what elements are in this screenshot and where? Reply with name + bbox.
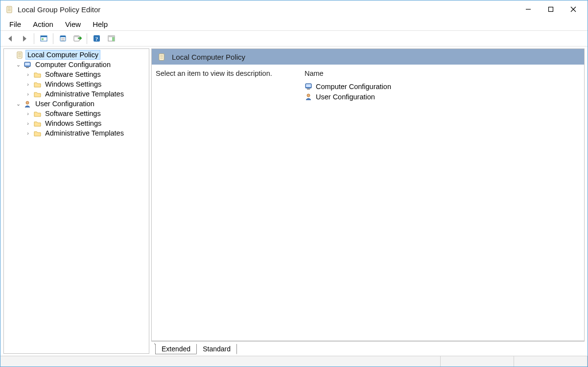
status-cell-1 <box>441 356 514 367</box>
policy-icon <box>16 51 24 59</box>
tree-root-label: Local Computer Policy <box>26 50 100 59</box>
expand-icon[interactable]: › <box>24 130 31 136</box>
expand-icon[interactable]: › <box>24 111 31 116</box>
forward-button[interactable] <box>18 32 31 45</box>
folder-icon <box>33 129 42 138</box>
list-item-label: User Configuration <box>316 93 375 101</box>
toolbar-separator <box>87 33 87 44</box>
content-area: Local Computer Policy ⌄ Computer Configu… <box>0 46 588 356</box>
tab-standard[interactable]: Standard <box>196 344 237 354</box>
status-cell-2 <box>514 356 588 367</box>
details-title: Local Computer Policy <box>172 53 245 61</box>
details-pane: Local Computer Policy Select an item to … <box>151 48 585 354</box>
details-header: Local Computer Policy <box>152 49 584 65</box>
toolbar <box>0 31 588 46</box>
list-item-computer-configuration[interactable]: Computer Configuration <box>305 81 580 92</box>
svg-rect-23 <box>549 7 553 12</box>
help-button[interactable] <box>90 32 103 45</box>
folder-icon <box>33 70 42 79</box>
folder-icon <box>33 90 42 98</box>
user-config-icon <box>305 92 313 101</box>
tree-label: User Configuration <box>34 99 96 108</box>
folder-icon <box>33 110 42 118</box>
collapse-icon[interactable]: ⌄ <box>15 62 22 68</box>
computer-config-icon <box>305 82 313 91</box>
menu-action[interactable]: Action <box>28 19 58 29</box>
list-header-name[interactable]: Name <box>305 69 580 77</box>
expand-icon[interactable]: › <box>24 81 31 87</box>
app-icon <box>5 5 14 14</box>
tree-uc-windows-settings[interactable]: › Windows Settings <box>5 118 148 128</box>
tree-cc-windows-settings[interactable]: › Windows Settings <box>5 79 148 89</box>
status-main <box>0 356 441 367</box>
toolbar-separator <box>53 33 53 44</box>
expand-icon[interactable]: › <box>24 91 31 97</box>
tree-computer-configuration[interactable]: ⌄ Computer Configuration <box>5 60 148 69</box>
toolbar-separator <box>34 33 34 44</box>
folder-icon <box>33 119 42 128</box>
back-button[interactable] <box>3 32 16 45</box>
maximize-button[interactable] <box>540 2 562 17</box>
show-hide-tree-button[interactable] <box>37 32 50 45</box>
menu-help[interactable]: Help <box>88 19 113 29</box>
minimize-button[interactable] <box>517 2 540 17</box>
statusbar <box>0 356 588 367</box>
menu-file[interactable]: File <box>4 19 26 29</box>
collapse-icon[interactable]: ⌄ <box>15 101 22 107</box>
window-title: Local Group Policy Editor <box>18 5 100 14</box>
export-list-button[interactable] <box>71 32 84 45</box>
tree: Local Computer Policy ⌄ Computer Configu… <box>5 50 148 138</box>
tree-uc-admin-templates[interactable]: › Administrative Templates <box>5 128 148 138</box>
details-columns: Select an item to view its description. … <box>152 65 584 341</box>
tree-label: Computer Configuration <box>34 60 112 69</box>
list-item-label: Computer Configuration <box>316 83 391 91</box>
close-button[interactable] <box>562 2 585 17</box>
tab-extended[interactable]: Extended <box>155 344 197 354</box>
tree-uc-software-settings[interactable]: › Software Settings <box>5 109 148 118</box>
policy-icon <box>158 53 166 61</box>
menubar: File Action View Help <box>0 18 588 31</box>
expand-icon[interactable]: › <box>24 120 31 126</box>
tree-label: Software Settings <box>44 70 102 79</box>
titlebar: Local Group Policy Editor <box>0 0 588 18</box>
computer-config-icon <box>24 61 32 69</box>
list-item-user-configuration[interactable]: User Configuration <box>305 92 580 102</box>
details-body: Local Computer Policy Select an item to … <box>151 48 585 341</box>
bottom-tabs: Extended Standard <box>151 341 585 354</box>
list-column: Name Computer Configuration User Configu… <box>305 69 580 336</box>
folder-icon <box>33 80 42 89</box>
tree-label: Windows Settings <box>44 119 103 128</box>
menu-view[interactable]: View <box>60 19 86 29</box>
expand-icon[interactable]: › <box>24 71 31 77</box>
tree-label: Administrative Templates <box>44 129 125 138</box>
tree-pane[interactable]: Local Computer Policy ⌄ Computer Configu… <box>3 48 149 354</box>
tree-label: Windows Settings <box>44 80 103 89</box>
tree-user-configuration[interactable]: ⌄ User Configuration <box>5 99 148 109</box>
tree-cc-software-settings[interactable]: › Software Settings <box>5 69 148 79</box>
description-placeholder: Select an item to view its description. <box>156 69 272 77</box>
properties-button[interactable] <box>56 32 69 45</box>
show-hide-action-pane-button[interactable] <box>105 32 118 45</box>
tree-label: Software Settings <box>44 109 102 118</box>
description-column: Select an item to view its description. <box>156 69 293 336</box>
tree-label: Administrative Templates <box>44 90 125 98</box>
user-config-icon <box>24 100 32 108</box>
tree-cc-admin-templates[interactable]: › Administrative Templates <box>5 89 148 99</box>
tree-root[interactable]: Local Computer Policy <box>5 50 148 60</box>
